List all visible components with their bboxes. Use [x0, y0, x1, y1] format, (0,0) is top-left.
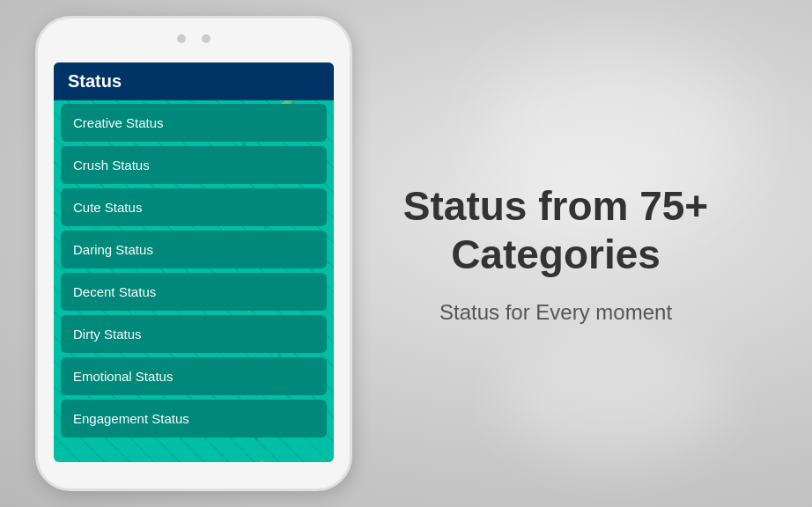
- phone-mockup: ⚡ ★ ♥ ⚡ ★ ♥ ⚡ Status Creative Status Cru…: [35, 16, 352, 491]
- phone-top-dots: [177, 34, 210, 43]
- menu-list: Creative Status Crush Status Cute Status…: [54, 100, 334, 441]
- menu-item-cute[interactable]: Cute Status: [61, 188, 327, 226]
- menu-item-daring[interactable]: Daring Status: [61, 231, 327, 268]
- phone-body: ⚡ ★ ♥ ⚡ ★ ♥ ⚡ Status Creative Status Cru…: [35, 16, 352, 491]
- main-heading: Status from 75+ Categories: [335, 182, 777, 279]
- menu-item-crush[interactable]: Crush Status: [61, 146, 327, 184]
- menu-item-creative[interactable]: Creative Status: [61, 104, 327, 142]
- app-header: Status: [54, 62, 334, 100]
- menu-item-engagement[interactable]: Engagement Status: [61, 400, 327, 437]
- phone-dot-left: [177, 34, 186, 43]
- sub-heading: Status for Every moment: [439, 300, 672, 325]
- app-title: Status: [68, 71, 122, 92]
- phone-dot-right: [202, 34, 210, 43]
- phone-screen: ⚡ ★ ♥ ⚡ ★ ♥ ⚡ Status Creative Status Cru…: [54, 62, 334, 462]
- right-panel: Status from 75+ Categories Status for Ev…: [317, 165, 812, 342]
- menu-item-decent[interactable]: Decent Status: [61, 273, 327, 311]
- menu-item-dirty[interactable]: Dirty Status: [61, 315, 327, 353]
- menu-item-emotional[interactable]: Emotional Status: [61, 357, 327, 395]
